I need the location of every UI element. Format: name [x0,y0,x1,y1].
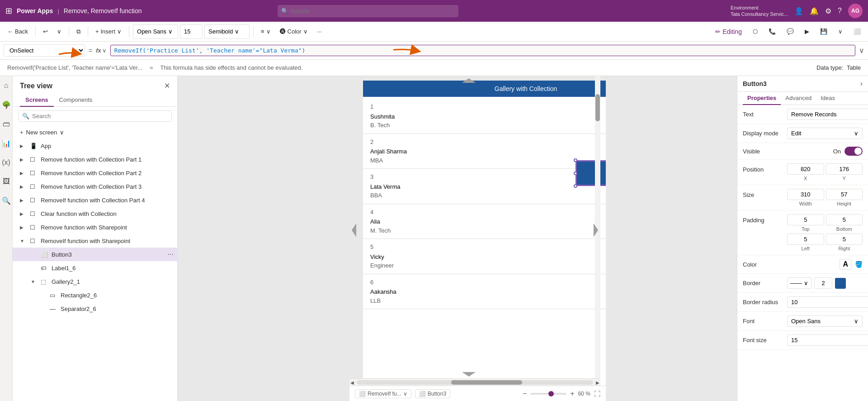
h-scroll-left[interactable]: ◀ [349,380,355,385]
status-component[interactable]: ⬜ Button3 [415,389,450,398]
tree-item-button3[interactable]: ⬜ Button3 ··· [13,248,177,261]
media-icon[interactable]: 🖼 [1,176,12,187]
tree-item-remove-part1[interactable]: ▶ ☐ Remove function with Collection Part… [13,153,177,166]
tree-item-gallery2-1[interactable]: ▼ ⬚ Gallery2_1 [13,275,177,288]
tree-item-app[interactable]: ▶ 📱 App [13,139,177,153]
h-scroll-thumb[interactable] [451,380,522,385]
publish-dropdown[interactable]: ∨ [835,24,846,39]
waffle-icon[interactable]: ⊞ [5,6,12,16]
border-color-swatch[interactable] [835,278,846,289]
data-icon[interactable]: 🗃 [1,118,12,130]
padding-right-input[interactable] [826,234,863,245]
undo-dropdown[interactable]: ∨ [53,24,65,39]
tree-item-remove-part3[interactable]: ▶ ☐ Remove function with Collection Part… [13,180,177,193]
tree-item-rectangle2-6[interactable]: ▭ Rectangle2_6 [13,288,177,302]
undo-button[interactable]: ↩ [39,24,52,39]
share-button[interactable]: ⬡ [749,24,761,39]
color-button[interactable]: 🅐 Color ∨ [276,24,311,39]
h-scroll-right[interactable]: ▶ [595,380,600,385]
variable-icon[interactable]: (x) [0,157,12,168]
comment-button[interactable]: 💬 [783,24,797,39]
tree-item-remove-part2[interactable]: ▶ ☐ Remove function with Collection Part… [13,166,177,180]
tree-item-separator2-6[interactable]: — Separator2_6 [13,302,177,315]
formula-expand-icon[interactable]: ∨ [859,46,864,55]
canvas-nav-bottom[interactable] [460,370,478,380]
tree-item-clear[interactable]: ▶ ☐ Clear function with Collection [13,207,177,220]
settings-icon[interactable]: ⚙ [825,7,831,15]
copy-button[interactable]: ⧉ [73,24,84,39]
back-button[interactable]: ← Back [4,24,32,39]
chart-icon[interactable]: 📊 [0,137,13,149]
more-options-icon[interactable]: ··· [168,250,174,258]
font-size-dropdown[interactable]: 15 [180,24,203,39]
size-h-input[interactable] [826,189,863,200]
zoom-minus-button[interactable]: − [523,390,527,398]
insert-button[interactable]: + Insert ∨ [92,24,125,39]
help-icon[interactable]: ? [838,7,842,15]
phone-button[interactable]: 📞 [765,24,779,39]
new-screen-button[interactable]: + New screen ∨ [13,125,177,139]
canvas-nav-left[interactable] [349,221,359,241]
item-num: 4 [370,208,606,217]
more-button[interactable]: ··· [313,24,326,39]
tree-item-removeif-part4[interactable]: ▶ ☐ RemoveIf function with Collection Pa… [13,193,177,207]
text-input[interactable] [787,109,868,120]
right-panel-expand-icon[interactable]: › [860,80,863,88]
search-sidebar-icon[interactable]: 🔍 [0,195,13,207]
handle-bl[interactable] [574,184,577,188]
font-family-dropdown[interactable]: Open Sans ∨ [133,24,178,39]
formula-input[interactable] [110,45,855,56]
tab-properties[interactable]: Properties [743,92,781,105]
editing-button[interactable]: ✏ Editing [712,26,745,37]
home-icon[interactable]: ⌂ [2,80,10,91]
tab-advanced[interactable]: Advanced [781,92,816,105]
font-weight-dropdown[interactable]: Semibold ∨ [204,24,250,39]
font-size-input[interactable] [787,334,868,346]
padding-bottom-input[interactable] [826,214,863,225]
border-radius-input[interactable] [787,296,868,308]
remove-records-button[interactable]: Remove Records [576,160,606,186]
zoom-plus-button[interactable]: + [570,390,574,398]
size-w-input[interactable] [787,189,824,200]
tree-icon[interactable]: 🌳 [0,99,13,111]
zoom-slider[interactable] [530,393,566,395]
tree-item-remove-sharepoint[interactable]: ▶ ☐ Remove function with Sharepoint [13,220,177,234]
tree-item-label1-6[interactable]: 🏷 Label1_6 [13,261,177,275]
play-button[interactable]: ▶ [801,24,813,39]
color-text-icon[interactable]: A [840,259,851,270]
notification-icon[interactable]: 🔔 [810,7,819,15]
display-mode-dropdown[interactable]: Edit ∨ [787,128,863,139]
svg-marker-1 [594,224,598,237]
v-scroll-thumb[interactable] [595,94,600,121]
canvas-nav-top[interactable] [460,76,478,86]
zoom-thumb[interactable] [548,391,554,396]
tab-screens[interactable]: Screens [20,94,54,107]
top-search-input[interactable] [278,5,458,17]
layout-button[interactable]: ⬜ [850,24,864,39]
visible-toggle[interactable] [844,147,863,156]
tree-close-icon[interactable]: ✕ [164,81,170,90]
fullscreen-button[interactable]: ⛶ [594,390,600,397]
tree-item-removeif-sharepoint[interactable]: ▼ ☐ RemoveIf function with Sharepoint [13,234,177,248]
avatar[interactable]: AG [848,4,863,18]
canvas-nav-right[interactable] [591,221,600,241]
tab-ideas[interactable]: Ideas [816,92,840,105]
position-x-input[interactable] [787,163,824,175]
font-select[interactable]: Open Sans ∨ [787,315,863,327]
border-style-select[interactable]: —— ∨ [787,277,811,289]
handle-ml[interactable] [574,172,577,175]
align-button[interactable]: ≡ ∨ [257,24,274,39]
border-width-input[interactable] [814,277,832,289]
status-screen-name[interactable]: ⬜ RemoveIf fu... ∨ [355,389,411,398]
color-fill-icon[interactable]: 🪣 [855,261,863,268]
padding-top-input[interactable] [787,214,824,225]
handle-tl[interactable] [574,158,577,162]
tab-components[interactable]: Components [54,94,98,107]
save-button[interactable]: 💾 [816,24,831,39]
tree-search-input[interactable] [32,113,168,119]
position-y-input[interactable] [826,163,863,175]
person-icon[interactable]: 👤 [794,7,803,15]
item-num: 3 [370,172,606,181]
padding-left-input[interactable] [787,234,824,245]
property-select[interactable]: OnSelect [4,44,85,57]
